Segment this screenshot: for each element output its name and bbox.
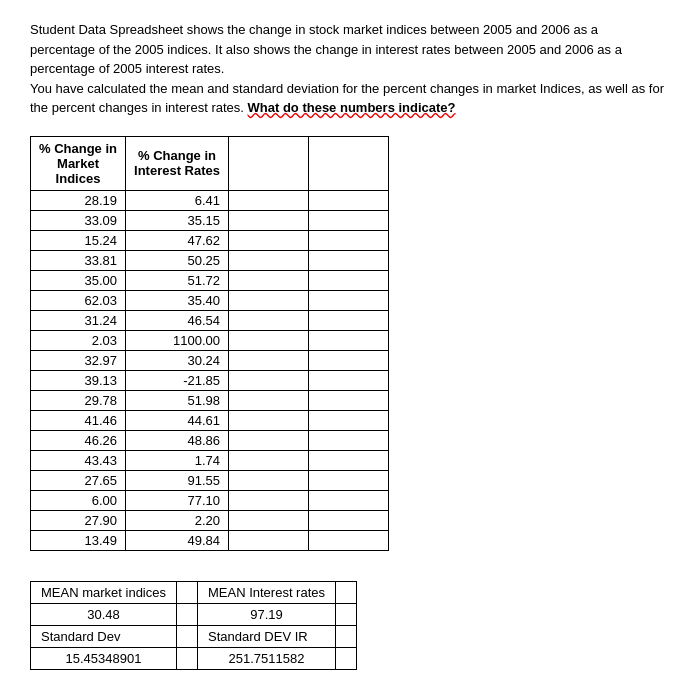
empty-col-1 bbox=[229, 290, 309, 310]
empty-col-1 bbox=[229, 490, 309, 510]
empty-col-1 bbox=[229, 510, 309, 530]
market-cell: 27.90 bbox=[31, 510, 126, 530]
stats-table: MEAN market indices MEAN Interest rates … bbox=[30, 581, 357, 670]
market-cell: 39.13 bbox=[31, 370, 126, 390]
empty-col-2 bbox=[309, 250, 389, 270]
market-cell: 33.81 bbox=[31, 250, 126, 270]
bold-question: What do these numbers indicate? bbox=[248, 100, 456, 115]
col-header-interest: % Change inInterest Rates bbox=[126, 136, 229, 190]
table-row: 62.0335.40 bbox=[31, 290, 389, 310]
empty-col-2 bbox=[309, 190, 389, 210]
col-header-market: % Change inMarketIndices bbox=[31, 136, 126, 190]
empty-col-1 bbox=[229, 350, 309, 370]
empty-col-1 bbox=[229, 410, 309, 430]
empty-stat-1 bbox=[176, 581, 197, 603]
empty-col-2 bbox=[309, 310, 389, 330]
empty-col-1 bbox=[229, 190, 309, 210]
market-cell: 35.00 bbox=[31, 270, 126, 290]
empty-col-2 bbox=[309, 410, 389, 430]
mean-market-label: MEAN market indices bbox=[31, 581, 177, 603]
table-row: 27.902.20 bbox=[31, 510, 389, 530]
mean-ir-value: 97.19 bbox=[197, 603, 335, 625]
empty-col-2 bbox=[309, 510, 389, 530]
paragraph-1: Student Data Spreadsheet shows the chang… bbox=[30, 20, 666, 79]
empty-col-2 bbox=[309, 210, 389, 230]
empty-col-1 bbox=[229, 230, 309, 250]
empty-stat-3 bbox=[176, 603, 197, 625]
interest-cell: 35.40 bbox=[126, 290, 229, 310]
col-empty-1 bbox=[229, 136, 309, 190]
market-cell: 6.00 bbox=[31, 490, 126, 510]
market-cell: 32.97 bbox=[31, 350, 126, 370]
empty-col-1 bbox=[229, 250, 309, 270]
empty-col-1 bbox=[229, 330, 309, 350]
empty-col-2 bbox=[309, 330, 389, 350]
empty-col-1 bbox=[229, 430, 309, 450]
empty-col-1 bbox=[229, 210, 309, 230]
table-row: 41.4644.61 bbox=[31, 410, 389, 430]
empty-col-1 bbox=[229, 310, 309, 330]
market-cell: 15.24 bbox=[31, 230, 126, 250]
table-row: 29.7851.98 bbox=[31, 390, 389, 410]
empty-col-2 bbox=[309, 530, 389, 550]
interest-cell: 35.15 bbox=[126, 210, 229, 230]
empty-col-1 bbox=[229, 370, 309, 390]
description-block: Student Data Spreadsheet shows the chang… bbox=[30, 20, 666, 118]
data-table: % Change inMarketIndices % Change inInte… bbox=[30, 136, 389, 551]
empty-col-2 bbox=[309, 370, 389, 390]
empty-col-1 bbox=[229, 530, 309, 550]
mean-market-value: 30.48 bbox=[31, 603, 177, 625]
table-row: 35.0051.72 bbox=[31, 270, 389, 290]
empty-stat-4 bbox=[336, 603, 357, 625]
table-row: 43.431.74 bbox=[31, 450, 389, 470]
col-empty-2 bbox=[309, 136, 389, 190]
empty-stat-6 bbox=[336, 625, 357, 647]
empty-col-1 bbox=[229, 470, 309, 490]
empty-col-2 bbox=[309, 430, 389, 450]
interest-cell: 47.62 bbox=[126, 230, 229, 250]
market-cell: 31.24 bbox=[31, 310, 126, 330]
table-row: 28.196.41 bbox=[31, 190, 389, 210]
interest-cell: 6.41 bbox=[126, 190, 229, 210]
table-row: 33.0935.15 bbox=[31, 210, 389, 230]
market-cell: 28.19 bbox=[31, 190, 126, 210]
interest-cell: 51.98 bbox=[126, 390, 229, 410]
table-row: 13.4949.84 bbox=[31, 530, 389, 550]
table-row: 39.13-21.85 bbox=[31, 370, 389, 390]
empty-col-1 bbox=[229, 450, 309, 470]
market-cell: 43.43 bbox=[31, 450, 126, 470]
table-row: 33.8150.25 bbox=[31, 250, 389, 270]
empty-stat-8 bbox=[336, 647, 357, 669]
market-cell: 13.49 bbox=[31, 530, 126, 550]
interest-cell: 46.54 bbox=[126, 310, 229, 330]
table-row: 27.6591.55 bbox=[31, 470, 389, 490]
empty-stat-2 bbox=[336, 581, 357, 603]
empty-col-2 bbox=[309, 230, 389, 250]
stdev-ir-label: Standard DEV IR bbox=[197, 625, 335, 647]
empty-col-2 bbox=[309, 390, 389, 410]
market-cell: 29.78 bbox=[31, 390, 126, 410]
mean-ir-label: MEAN Interest rates bbox=[197, 581, 335, 603]
empty-col-2 bbox=[309, 290, 389, 310]
interest-cell: 49.84 bbox=[126, 530, 229, 550]
empty-col-2 bbox=[309, 490, 389, 510]
table-row: 46.2648.86 bbox=[31, 430, 389, 450]
interest-cell: 30.24 bbox=[126, 350, 229, 370]
stdev-ir-value: 251.7511582 bbox=[197, 647, 335, 669]
interest-cell: 91.55 bbox=[126, 470, 229, 490]
interest-cell: -21.85 bbox=[126, 370, 229, 390]
interest-cell: 1100.00 bbox=[126, 330, 229, 350]
table-row: 32.9730.24 bbox=[31, 350, 389, 370]
market-cell: 41.46 bbox=[31, 410, 126, 430]
interest-cell: 50.25 bbox=[126, 250, 229, 270]
market-cell: 62.03 bbox=[31, 290, 126, 310]
table-row: 2.031100.00 bbox=[31, 330, 389, 350]
stdev-market-label: Standard Dev bbox=[31, 625, 177, 647]
empty-col-2 bbox=[309, 470, 389, 490]
interest-cell: 44.61 bbox=[126, 410, 229, 430]
empty-stat-7 bbox=[176, 647, 197, 669]
market-cell: 27.65 bbox=[31, 470, 126, 490]
empty-stat-5 bbox=[176, 625, 197, 647]
table-row: 31.2446.54 bbox=[31, 310, 389, 330]
empty-col-2 bbox=[309, 450, 389, 470]
